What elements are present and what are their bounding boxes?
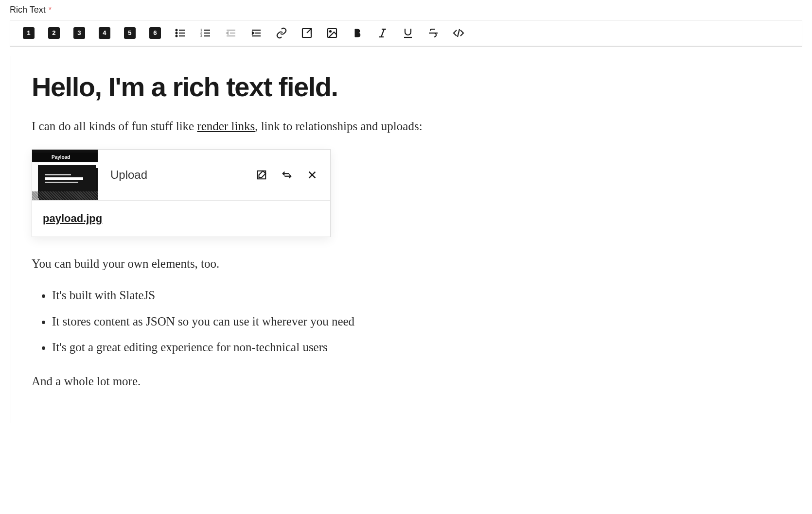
content-paragraph-1: I can do all kinds of fun stuff like ren… xyxy=(32,117,782,136)
svg-point-4 xyxy=(176,35,177,37)
upload-thumbnail: Payload xyxy=(32,150,98,200)
bullet-list-icon[interactable] xyxy=(175,27,186,39)
upload-block: Payload Upload xyxy=(32,149,331,237)
relationship-icon[interactable] xyxy=(301,27,313,39)
thumbnail-logo: Payload xyxy=(32,153,98,162)
outdent-icon[interactable] xyxy=(225,27,237,39)
list-item: It's got a great editing experience for … xyxy=(52,338,782,357)
heading-2-button[interactable]: 2 xyxy=(48,27,60,39)
list-item: It stores content as JSON so you can use… xyxy=(52,312,782,331)
field-label-text: Rich Text xyxy=(10,5,46,15)
content-paragraph-3: And a whole lot more. xyxy=(32,372,782,391)
svg-point-0 xyxy=(176,30,177,31)
heading-4-button[interactable]: 4 xyxy=(99,27,110,39)
svg-line-24 xyxy=(381,29,384,37)
swap-upload-icon[interactable] xyxy=(282,170,292,180)
editor-content[interactable]: Hello, I'm a rich text field. I can do a… xyxy=(11,56,802,423)
content-heading: Hello, I'm a rich text field. xyxy=(32,71,782,103)
indent-icon[interactable] xyxy=(250,27,262,39)
upload-filename-link[interactable]: payload.jpg xyxy=(43,212,102,224)
heading-6-button[interactable]: 6 xyxy=(149,27,161,39)
heading-1-button[interactable]: 1 xyxy=(23,27,35,39)
content-paragraph-2: You can build your own elements, too. xyxy=(32,255,782,273)
svg-line-27 xyxy=(458,29,459,37)
inline-link[interactable]: render links xyxy=(197,120,255,133)
remove-upload-icon[interactable] xyxy=(307,170,318,180)
editor-toolbar: 1 2 3 4 5 6 123 xyxy=(10,20,802,46)
heading-5-button[interactable]: 5 xyxy=(124,27,136,39)
content-bullet-list: It's built with SlateJS It stores conten… xyxy=(32,286,782,357)
bold-icon[interactable] xyxy=(352,27,363,39)
underline-icon[interactable] xyxy=(402,27,414,39)
strikethrough-icon[interactable] xyxy=(427,27,439,39)
upload-meta: Upload xyxy=(98,150,330,200)
italic-icon[interactable] xyxy=(377,27,388,39)
paragraph-text: , link to relationships and uploads: xyxy=(255,120,422,133)
code-icon[interactable] xyxy=(453,27,464,39)
link-icon[interactable] xyxy=(276,27,287,39)
heading-3-button[interactable]: 3 xyxy=(73,27,85,39)
upload-header-row: Payload Upload xyxy=(32,150,330,200)
upload-filename-row: payload.jpg xyxy=(32,200,330,237)
edit-upload-icon[interactable] xyxy=(256,170,267,180)
list-item: It's built with SlateJS xyxy=(52,286,782,305)
svg-text:3: 3 xyxy=(200,34,202,37)
ordered-list-icon[interactable]: 123 xyxy=(200,27,212,39)
upload-icon[interactable] xyxy=(326,27,338,39)
paragraph-text: I can do all kinds of fun stuff like xyxy=(32,120,197,133)
required-indicator: * xyxy=(49,6,52,15)
rich-text-editor: 1 2 3 4 5 6 123 xyxy=(10,20,802,47)
svg-point-21 xyxy=(330,31,331,32)
svg-point-2 xyxy=(176,33,177,34)
svg-line-19 xyxy=(307,29,311,33)
upload-actions xyxy=(256,170,318,180)
upload-type-label: Upload xyxy=(110,168,147,182)
field-label: Rich Text * xyxy=(10,5,802,15)
